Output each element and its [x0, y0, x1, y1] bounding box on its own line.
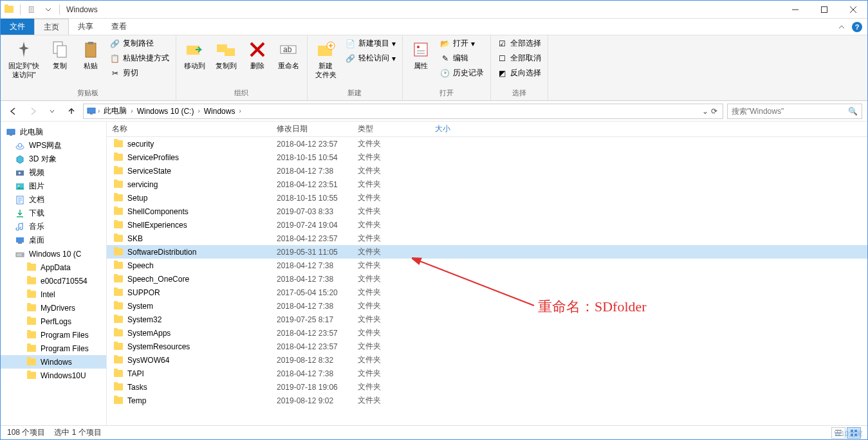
tree-item[interactable]: 下载: [1, 206, 106, 220]
address-bar[interactable]: › 此电脑 › Windows 10 (C:) › Windows › ⌄ ⟳: [83, 104, 723, 119]
search-box[interactable]: 🔍: [727, 104, 862, 119]
tab-share[interactable]: 共享: [69, 19, 102, 35]
file-row[interactable]: ShellComponents2019-07-03 8:33文件夹: [107, 205, 867, 218]
folder-icon: [113, 369, 124, 379]
file-row[interactable]: SoftwareDistribution2019-05-31 11:05文件夹: [107, 245, 867, 259]
copypath-button[interactable]: 🔗复制路径: [107, 37, 172, 50]
breadcrumb-seg[interactable]: 此电脑: [101, 105, 129, 116]
invert-button[interactable]: ◩反向选择: [495, 66, 544, 80]
file-row[interactable]: servicing2018-04-12 23:51文件夹: [107, 178, 867, 191]
search-icon[interactable]: 🔍: [848, 107, 858, 116]
file-row[interactable]: SUPPOR2017-05-04 15:20文件夹: [107, 286, 867, 299]
back-button[interactable]: [6, 104, 21, 119]
chevron-right-icon[interactable]: ›: [198, 107, 199, 115]
delete-button[interactable]: 删除: [243, 37, 272, 73]
tree-item[interactable]: PerfLogs: [1, 315, 106, 328]
tree-item[interactable]: 视频: [1, 166, 106, 179]
tree-item[interactable]: e00cd710554: [1, 274, 106, 288]
rename-button[interactable]: ab 重命名: [274, 37, 303, 73]
tree-item[interactable]: Program Files: [1, 328, 106, 342]
tree-item[interactable]: 此电脑: [1, 125, 106, 139]
file-row[interactable]: security2018-04-12 23:57文件夹: [107, 137, 867, 151]
newitem-button[interactable]: 📄新建项目 ▾: [343, 37, 398, 50]
col-type[interactable]: 类型: [353, 124, 430, 134]
tree-item[interactable]: Windows10U: [1, 369, 106, 382]
file-row[interactable]: SystemApps2018-04-12 23:57文件夹: [107, 326, 867, 340]
history-button[interactable]: 🕑历史记录: [438, 66, 486, 80]
dropdown-icon[interactable]: ⌄: [702, 107, 708, 116]
cut-button[interactable]: ✂剪切: [107, 66, 172, 80]
copy-button[interactable]: 复制: [46, 37, 74, 73]
selectnone-button[interactable]: ☐全部取消: [495, 51, 544, 65]
help-icon[interactable]: ?: [852, 22, 862, 32]
file-row[interactable]: Setup2018-10-15 10:55文件夹: [107, 191, 867, 205]
file-name: Temp: [127, 396, 146, 405]
file-list[interactable]: 名称 修改日期 类型 大小 security2018-04-12 23:57文件…: [107, 122, 867, 425]
file-date: 2017-05-04 15:20: [272, 288, 353, 297]
refresh-icon[interactable]: ⟳: [711, 107, 717, 116]
chevron-right-icon[interactable]: ›: [239, 107, 241, 115]
moveto-button[interactable]: 移动到: [180, 37, 209, 73]
doc-icon[interactable]: [26, 4, 37, 15]
tree-item[interactable]: 3D 对象: [1, 152, 106, 166]
file-row[interactable]: SystemResources2018-04-12 23:57文件夹: [107, 340, 867, 353]
chevron-down-icon[interactable]: [42, 4, 54, 15]
file-row[interactable]: SysWOW642019-08-12 8:32文件夹: [107, 353, 867, 367]
pin-button[interactable]: 固定到"快 速访问": [5, 37, 43, 82]
col-date[interactable]: 修改日期: [272, 124, 353, 134]
tab-file[interactable]: 文件: [1, 19, 34, 35]
file-row[interactable]: System2018-04-12 7:38文件夹: [107, 299, 867, 313]
col-size[interactable]: 大小: [430, 124, 494, 134]
edit-button[interactable]: ✎编辑: [438, 51, 486, 65]
recent-button[interactable]: [44, 104, 60, 119]
tree-item[interactable]: 图片: [1, 179, 106, 193]
file-row[interactable]: Tasks2019-07-18 19:06文件夹: [107, 380, 867, 394]
file-row[interactable]: ServiceState2018-04-12 7:38文件夹: [107, 164, 867, 178]
tab-view[interactable]: 查看: [102, 19, 136, 35]
search-input[interactable]: [732, 107, 844, 116]
file-row[interactable]: Speech2018-04-12 7:38文件夹: [107, 259, 867, 272]
ribbon-collapse-icon[interactable]: [838, 23, 845, 31]
tree-item[interactable]: 音乐: [1, 220, 106, 234]
file-name: SystemResources: [127, 342, 190, 351]
tab-home[interactable]: 主页: [34, 19, 69, 35]
tree-item[interactable]: 桌面: [1, 234, 106, 247]
tree-item[interactable]: MyDrivers: [1, 301, 106, 315]
file-date: 2018-04-12 7:38: [272, 261, 353, 270]
open-button[interactable]: 📂打开 ▾: [438, 37, 486, 50]
file-name: SoftwareDistribution: [127, 248, 196, 257]
paste-button[interactable]: 粘贴: [77, 37, 105, 73]
chevron-right-icon[interactable]: ›: [98, 107, 100, 115]
forward-button[interactable]: [25, 104, 41, 119]
file-row[interactable]: ServiceProfiles2018-10-15 10:54文件夹: [107, 151, 867, 164]
up-button[interactable]: [64, 104, 79, 119]
newfolder-button[interactable]: 新建 文件夹: [311, 37, 340, 82]
close-button[interactable]: [838, 1, 867, 19]
tree-item[interactable]: AppData: [1, 261, 106, 274]
file-row[interactable]: ShellExperiences2019-07-24 19:04文件夹: [107, 218, 867, 232]
file-row[interactable]: System322019-07-25 8:17文件夹: [107, 313, 867, 326]
nav-tree[interactable]: 此电脑WPS网盘3D 对象视频图片文档下载音乐桌面Windows 10 (CAp…: [1, 122, 107, 425]
file-row[interactable]: SKB2018-04-12 23:57文件夹: [107, 232, 867, 245]
tree-item[interactable]: 文档: [1, 193, 106, 206]
easyaccess-button[interactable]: 🔗轻松访问 ▾: [343, 51, 398, 65]
file-row[interactable]: Temp2019-08-12 9:02文件夹: [107, 394, 867, 407]
tree-item[interactable]: Windows: [1, 355, 106, 369]
copyto-button[interactable]: 复制到: [212, 37, 241, 73]
tree-item[interactable]: Intel: [1, 288, 106, 301]
file-row[interactable]: Speech_OneCore2018-04-12 7:38文件夹: [107, 272, 867, 286]
tree-item[interactable]: Program Files: [1, 342, 106, 355]
chevron-right-icon[interactable]: ›: [131, 107, 133, 115]
file-row[interactable]: TAPI2018-04-12 7:38文件夹: [107, 367, 867, 380]
col-name[interactable]: 名称: [107, 124, 272, 134]
tree-item[interactable]: Windows 10 (C: [1, 247, 106, 261]
pasteshortcut-button[interactable]: 📋粘贴快捷方式: [107, 51, 172, 65]
file-date: 2019-07-03 8:33: [272, 207, 353, 216]
tree-item[interactable]: WPS网盘: [1, 139, 106, 152]
minimize-button[interactable]: [780, 1, 809, 19]
breadcrumb-seg[interactable]: Windows 10 (C:): [134, 107, 197, 116]
breadcrumb-seg[interactable]: Windows: [201, 107, 238, 116]
selectall-button[interactable]: ☑全部选择: [495, 37, 544, 50]
maximize-button[interactable]: [809, 1, 838, 19]
properties-button[interactable]: 属性: [407, 37, 435, 73]
